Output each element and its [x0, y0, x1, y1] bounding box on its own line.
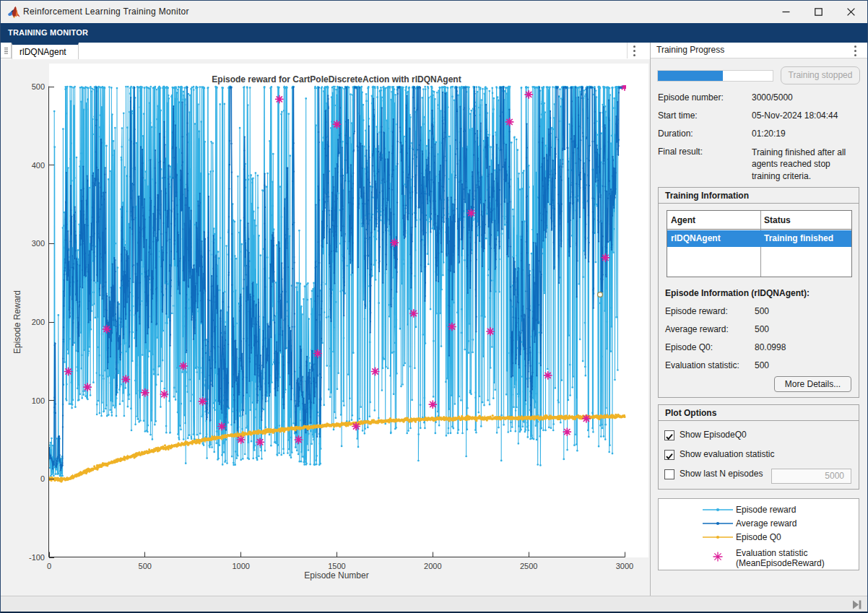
svg-text:Episode reward for CartPoleDis: Episode reward for CartPoleDiscreteActio… — [212, 74, 461, 84]
svg-text:400: 400 — [32, 161, 45, 170]
svg-text:Episode Reward: Episode Reward — [12, 290, 22, 354]
svg-text:0: 0 — [40, 474, 45, 483]
svg-text:500: 500 — [32, 82, 45, 91]
svg-text:200: 200 — [32, 318, 45, 326]
svg-text:1500: 1500 — [328, 562, 345, 570]
svg-text:500: 500 — [139, 562, 152, 570]
svg-text:2500: 2500 — [520, 562, 537, 570]
svg-text:300: 300 — [32, 239, 45, 248]
svg-text:2000: 2000 — [424, 562, 441, 570]
svg-text:3000: 3000 — [616, 562, 633, 570]
svg-text:1000: 1000 — [232, 562, 249, 570]
svg-text:100: 100 — [32, 396, 45, 405]
svg-text:-100: -100 — [29, 553, 45, 562]
svg-text:0: 0 — [47, 562, 51, 570]
svg-text:Episode Number: Episode Number — [304, 570, 368, 581]
